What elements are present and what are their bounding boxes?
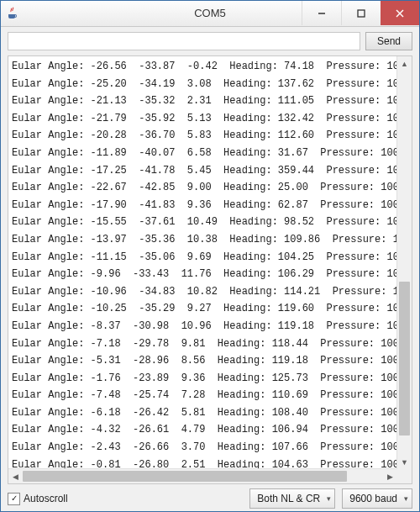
checkbox-icon: ✓ — [8, 493, 20, 505]
vscroll-track[interactable] — [397, 71, 412, 455]
baud-rate-value: 9600 baud — [349, 493, 397, 504]
hscroll-track[interactable] — [23, 469, 383, 483]
toolbar: Send — [1, 27, 419, 55]
minimize-button[interactable] — [302, 1, 341, 25]
titlebar[interactable]: COM5 — [1, 1, 419, 27]
java-icon — [6, 7, 19, 20]
send-button[interactable]: Send — [365, 32, 412, 50]
close-button[interactable] — [381, 1, 419, 25]
scroll-up-icon[interactable]: ▲ — [397, 56, 412, 71]
hscroll-thumb[interactable] — [23, 471, 347, 482]
chevron-down-icon: ▾ — [327, 494, 331, 503]
autoscroll-checkbox[interactable]: ✓ Autoscroll — [8, 493, 68, 505]
svg-rect-1 — [358, 10, 365, 17]
window-frame: COM5 Send Eular Angle: -26.56 -33.87 -0.… — [0, 0, 420, 512]
maximize-button[interactable] — [341, 1, 381, 25]
scroll-corner — [397, 469, 412, 483]
scroll-down-icon[interactable]: ▼ — [397, 455, 412, 469]
line-ending-select[interactable]: Both NL & CR ▾ — [249, 488, 335, 509]
scroll-left-icon[interactable]: ◀ — [8, 469, 23, 483]
serial-output: Eular Angle: -26.56 -33.87 -0.42 Heading… — [8, 56, 412, 468]
autoscroll-label: Autoscroll — [24, 493, 68, 504]
baud-rate-select[interactable]: 9600 baud ▾ — [342, 488, 412, 509]
line-ending-value: Both NL & CR — [257, 493, 320, 504]
scroll-right-icon[interactable]: ▶ — [383, 469, 397, 483]
vertical-scrollbar[interactable]: ▲ ▼ — [396, 56, 412, 469]
command-input[interactable] — [8, 32, 360, 50]
bottom-bar: ✓ Autoscroll Both NL & CR ▾ 9600 baud ▾ — [1, 486, 419, 511]
vscroll-thumb[interactable] — [399, 282, 410, 435]
horizontal-scrollbar[interactable]: ◀ ▶ — [8, 468, 397, 483]
output-panel: Eular Angle: -26.56 -33.87 -0.42 Heading… — [8, 55, 412, 484]
chevron-down-icon: ▾ — [404, 494, 408, 503]
